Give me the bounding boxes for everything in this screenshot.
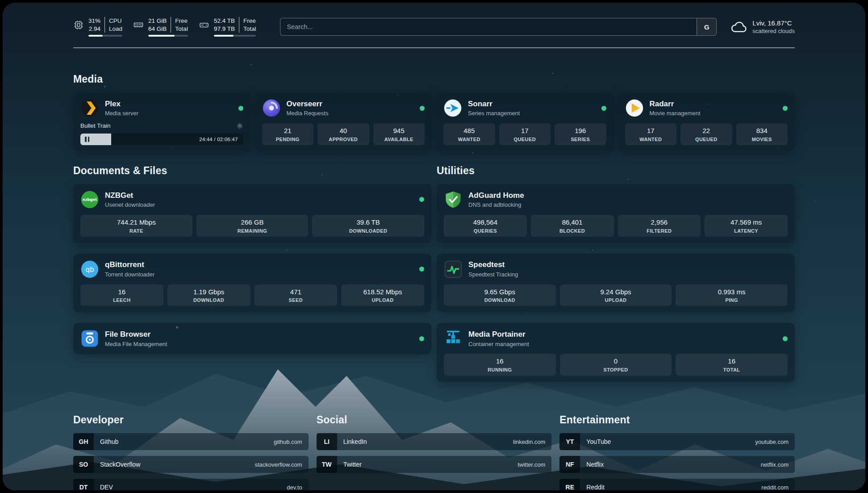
bookmark-linkedin[interactable]: LI LinkedIn linkedin.com [317,433,552,450]
stat-queued: 22 QUEUED [680,123,732,145]
stat-value: 9.65 Gbps [446,288,554,297]
adguard-card[interactable]: AdGuard Home DNS and adblocking 498,564 … [437,184,795,243]
stat-label: QUEUED [501,137,549,142]
bookmark-netflix[interactable]: NF Netflix netflix.com [559,456,795,473]
bookmark-name: Twitter [343,461,362,468]
stat-label: SEED [256,297,336,303]
bookmark-url: github.com [274,439,302,445]
stat-value: 2,956 [620,218,699,227]
stat-ping: 0.993 ms PING [676,284,788,306]
speedtest-icon [444,260,463,279]
qbittorrent-card[interactable]: qb qBittorrent Torrent downloader 16 LEE… [73,254,431,313]
storage-usage-fill [214,35,234,37]
app-name: Plex [105,100,138,109]
portainer-icon [444,329,463,348]
svg-text:nzbget: nzbget [83,197,97,202]
stat-leech: 16 LEECH [80,284,163,306]
radarr-card[interactable]: Radarr Movie management 17 WANTED 22 QUE… [618,92,795,151]
media-section: Media Plex Media server [73,73,795,151]
gear-icon[interactable] [236,122,243,130]
stat-label: DOWNLOADED [314,228,422,234]
memory-label-bottom: Total [175,25,188,33]
dashboard-window: 31% 2.94 CPU Load [3,3,865,490]
bookmark-reddit[interactable]: RE Reddit reddit.com [559,479,795,490]
playback-progress-bar[interactable]: 24:44 / 02:06:47 [80,134,243,145]
app-desc: Speedtest Tracking [468,271,518,278]
stat-label: RUNNING [446,367,554,372]
plex-card[interactable]: Plex Media server Bullet Train [73,92,250,151]
weather-location: Lviv, 16.87°C [752,19,795,27]
stat-total: 16 TOTAL [676,354,788,376]
bookmark-url: netflix.com [761,461,789,468]
search-bar: G [280,18,717,36]
bookmark-name: Netflix [586,461,604,468]
sonarr-card[interactable]: Sonarr Series management 485 WANTED 17 Q… [436,92,613,151]
status-dot [783,336,788,341]
bookmark-name: DEV [100,484,113,490]
stat-label: QUERIES [446,228,525,234]
bookmark-youtube[interactable]: YT YouTube youtube.com [559,433,795,450]
plex-icon [80,99,99,117]
stat-label: RATE [82,228,191,234]
stat-value: 16 [677,357,786,366]
bookmark-twitter[interactable]: TW Twitter twitter.com [317,456,552,473]
social-section-title: Social [317,414,552,426]
stat-label: LEECH [82,297,162,303]
status-dot [238,106,243,111]
search-input[interactable] [280,18,697,35]
nzbget-icon: nzbget [80,190,99,209]
reddit-icon: RE [559,479,580,490]
search-engine-button[interactable]: G [697,18,716,35]
stat-pending: 21 PENDING [262,123,314,145]
memory-usage-fill [148,35,175,37]
bookmark-name: StackOverflow [100,461,140,468]
bookmark-url: youtube.com [755,439,789,445]
status-dot [783,106,788,111]
stat-label: QUEUED [682,137,730,142]
stat-wanted: 485 WANTED [443,123,495,145]
storage-free: 52.4 TB [214,17,235,25]
entertainment-column: Entertainment YT YouTube youtube.com NF … [559,414,795,490]
svg-text:qb: qb [85,265,94,273]
stat-value: 16 [446,357,554,366]
stat-stopped: 0 STOPPED [560,354,672,376]
disk-icon [199,20,209,30]
pause-icon[interactable] [85,137,89,142]
bookmark-name: YouTube [586,438,611,445]
storage-widget: 52.4 TB 97.9 TB Free Total [199,17,256,37]
filebrowser-card[interactable]: File Browser Media File Management [73,323,431,354]
stat-label: PING [677,297,786,303]
storage-total: 97.9 TB [214,25,235,33]
app-name: File Browser [105,330,167,339]
stat-value: 39.6 TB [314,218,422,227]
overseerr-icon [262,99,281,117]
dev-icon: DT [73,479,94,490]
nzbget-card[interactable]: nzbget NZBGet Usenet downloader 744.21 M… [73,184,431,243]
stat-filtered: 2,956 FILTERED [618,215,701,237]
stat-label: SERIES [556,137,605,142]
stat-value: 266 GB [198,218,307,227]
bookmark-stackoverflow[interactable]: SO StackOverflow stackoverflow.com [73,456,309,473]
overseerr-card[interactable]: Overseerr Media Requests 21 PENDING 40 A… [255,92,432,151]
stat-latency: 47.569 ms LATENCY [705,215,788,237]
stat-value: 485 [445,127,493,135]
stat-label: MOVIES [738,137,786,142]
memory-total: 64 GiB [148,25,167,33]
stat-queued: 17 QUEUED [499,123,551,145]
speedtest-card[interactable]: Speedtest Speedtest Tracking 9.65 Gbps D… [437,254,795,313]
stat-remaining: 266 GB REMAINING [196,215,309,237]
weather-widget: Lviv, 16.87°C scattered clouds [730,18,795,36]
stat-value: 86,401 [533,218,612,227]
bookmark-dev[interactable]: DT DEV dev.to [73,479,309,490]
stat-value: 22 [682,127,730,135]
portainer-card[interactable]: Media Portainer Container management 16 … [437,323,795,382]
bookmark-name: Github [100,438,118,445]
app-name: Speedtest [468,260,518,269]
bookmark-github[interactable]: GH Github github.com [73,433,309,450]
status-dot [601,106,606,111]
app-desc: DNS and adblocking [468,201,524,208]
stat-label: UPLOAD [562,297,670,303]
stat-value: 47.569 ms [706,218,786,227]
stat-blocked: 86,401 BLOCKED [531,215,614,237]
netflix-icon: NF [559,456,580,473]
